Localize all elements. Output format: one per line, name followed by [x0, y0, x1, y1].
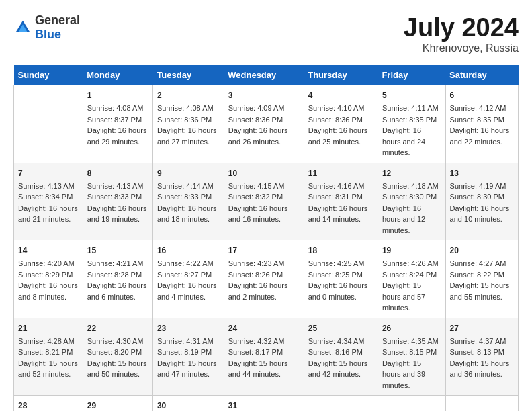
calendar-week-row: 14Sunrise: 4:20 AMSunset: 8:29 PMDayligh…: [14, 240, 519, 318]
calendar-cell: 17Sunrise: 4:23 AMSunset: 8:26 PMDayligh…: [224, 240, 304, 318]
cell-info: Sunrise: 4:12 AMSunset: 8:35 PMDaylight:…: [450, 103, 514, 147]
calendar-cell: 27Sunrise: 4:37 AMSunset: 8:13 PMDayligh…: [445, 318, 518, 396]
cell-info: Sunrise: 4:13 AMSunset: 8:34 PMDaylight:…: [18, 181, 79, 225]
date-number: 18: [308, 244, 373, 257]
date-number: 25: [308, 322, 373, 334]
calendar-cell: 8Sunrise: 4:13 AMSunset: 8:33 PMDaylight…: [83, 163, 152, 240]
header-day: Wednesday: [224, 65, 304, 85]
cell-info: Sunrise: 4:10 AMSunset: 8:36 PMDaylight:…: [308, 103, 373, 147]
date-number: 11: [308, 167, 373, 179]
calendar-cell: 21Sunrise: 4:28 AMSunset: 8:21 PMDayligh…: [14, 318, 83, 396]
calendar-cell: 20Sunrise: 4:27 AMSunset: 8:22 PMDayligh…: [445, 240, 518, 318]
calendar-cell: 19Sunrise: 4:26 AMSunset: 8:24 PMDayligh…: [378, 240, 445, 318]
header-day: Sunday: [14, 65, 83, 85]
cell-info: Sunrise: 4:11 AMSunset: 8:35 PMDaylight:…: [382, 103, 441, 158]
cell-info: Sunrise: 4:16 AMSunset: 8:31 PMDaylight:…: [308, 181, 373, 225]
calendar-week-row: 21Sunrise: 4:28 AMSunset: 8:21 PMDayligh…: [14, 318, 519, 396]
cell-info: Sunrise: 4:15 AMSunset: 8:32 PMDaylight:…: [228, 181, 300, 225]
cell-info: Sunrise: 4:21 AMSunset: 8:28 PMDaylight:…: [87, 258, 148, 302]
calendar-week-row: 28Sunrise: 4:38 AMSunset: 8:12 PMDayligh…: [14, 396, 519, 412]
calendar-header: SundayMondayTuesdayWednesdayThursdayFrid…: [14, 65, 519, 85]
calendar-cell: 14Sunrise: 4:20 AMSunset: 8:29 PMDayligh…: [14, 240, 83, 318]
date-number: 15: [87, 244, 148, 257]
calendar-table: SundayMondayTuesdayWednesdayThursdayFrid…: [13, 65, 519, 411]
cell-info: Sunrise: 4:20 AMSunset: 8:29 PMDaylight:…: [18, 258, 79, 302]
calendar-cell: 7Sunrise: 4:13 AMSunset: 8:34 PMDaylight…: [14, 163, 83, 240]
calendar-cell: 25Sunrise: 4:34 AMSunset: 8:16 PMDayligh…: [304, 318, 378, 396]
date-number: 17: [228, 244, 300, 257]
calendar-cell: [378, 396, 445, 412]
subtitle: Khrenovoye, Russia: [404, 42, 519, 54]
date-number: 22: [87, 322, 148, 334]
logo-icon: [13, 18, 32, 37]
date-number: 28: [18, 400, 79, 411]
calendar-cell: 12Sunrise: 4:18 AMSunset: 8:30 PMDayligh…: [378, 163, 445, 240]
cell-info: Sunrise: 4:35 AMSunset: 8:15 PMDaylight:…: [382, 336, 441, 392]
cell-info: Sunrise: 4:09 AMSunset: 8:36 PMDaylight:…: [228, 103, 300, 147]
calendar-cell: 10Sunrise: 4:15 AMSunset: 8:32 PMDayligh…: [224, 163, 304, 240]
cell-info: Sunrise: 4:08 AMSunset: 8:36 PMDaylight:…: [157, 103, 220, 147]
cell-info: Sunrise: 4:19 AMSunset: 8:30 PMDaylight:…: [450, 181, 514, 225]
calendar-cell: 28Sunrise: 4:38 AMSunset: 8:12 PMDayligh…: [14, 396, 83, 412]
cell-info: Sunrise: 4:34 AMSunset: 8:16 PMDaylight:…: [308, 336, 373, 380]
header-row: SundayMondayTuesdayWednesdayThursdayFrid…: [14, 65, 519, 85]
date-number: 16: [157, 244, 220, 257]
date-number: 10: [228, 167, 300, 179]
date-number: 20: [450, 244, 514, 257]
date-number: 21: [18, 322, 79, 334]
cell-info: Sunrise: 4:30 AMSunset: 8:20 PMDaylight:…: [87, 336, 148, 380]
date-number: 30: [157, 400, 220, 411]
date-number: 2: [157, 89, 220, 101]
date-number: 29: [87, 400, 148, 411]
calendar-cell: 6Sunrise: 4:12 AMSunset: 8:35 PMDaylight…: [445, 85, 518, 163]
calendar-cell: 4Sunrise: 4:10 AMSunset: 8:36 PMDaylight…: [304, 85, 378, 163]
logo-blue: Blue: [35, 28, 61, 41]
header-day: Friday: [378, 65, 445, 85]
calendar-cell: 9Sunrise: 4:14 AMSunset: 8:33 PMDaylight…: [152, 163, 224, 240]
header-day: Monday: [83, 65, 152, 85]
calendar-cell: 2Sunrise: 4:08 AMSunset: 8:36 PMDaylight…: [152, 85, 224, 163]
header: General Blue July 2024 Khrenovoye, Russi…: [13, 13, 519, 54]
date-number: 9: [157, 167, 220, 179]
calendar-cell: 18Sunrise: 4:25 AMSunset: 8:25 PMDayligh…: [304, 240, 378, 318]
calendar-week-row: 1Sunrise: 4:08 AMSunset: 8:37 PMDaylight…: [14, 85, 519, 163]
calendar-cell: 22Sunrise: 4:30 AMSunset: 8:20 PMDayligh…: [83, 318, 152, 396]
date-number: 13: [450, 167, 514, 179]
logo-general: General: [35, 13, 80, 27]
cell-info: Sunrise: 4:25 AMSunset: 8:25 PMDaylight:…: [308, 258, 373, 302]
cell-info: Sunrise: 4:13 AMSunset: 8:33 PMDaylight:…: [87, 181, 148, 225]
cell-info: Sunrise: 4:31 AMSunset: 8:19 PMDaylight:…: [157, 336, 220, 380]
date-number: 24: [228, 322, 300, 334]
calendar-week-row: 7Sunrise: 4:13 AMSunset: 8:34 PMDaylight…: [14, 163, 519, 240]
cell-info: Sunrise: 4:28 AMSunset: 8:21 PMDaylight:…: [18, 336, 79, 380]
cell-info: Sunrise: 4:08 AMSunset: 8:37 PMDaylight:…: [87, 103, 148, 147]
calendar-cell: [445, 396, 518, 412]
date-number: 31: [228, 400, 300, 411]
calendar-cell: 23Sunrise: 4:31 AMSunset: 8:19 PMDayligh…: [152, 318, 224, 396]
calendar-cell: [14, 85, 83, 163]
calendar-cell: 3Sunrise: 4:09 AMSunset: 8:36 PMDaylight…: [224, 85, 304, 163]
calendar-cell: 26Sunrise: 4:35 AMSunset: 8:15 PMDayligh…: [378, 318, 445, 396]
date-number: 1: [87, 89, 148, 101]
cell-info: Sunrise: 4:37 AMSunset: 8:13 PMDaylight:…: [450, 336, 514, 380]
calendar-cell: 15Sunrise: 4:21 AMSunset: 8:28 PMDayligh…: [83, 240, 152, 318]
date-number: 12: [382, 167, 441, 179]
calendar-cell: [304, 396, 378, 412]
calendar-cell: 24Sunrise: 4:32 AMSunset: 8:17 PMDayligh…: [224, 318, 304, 396]
date-number: 4: [308, 89, 373, 101]
calendar-cell: 30Sunrise: 4:41 AMSunset: 8:09 PMDayligh…: [152, 396, 224, 412]
date-number: 6: [450, 89, 514, 101]
cell-info: Sunrise: 4:26 AMSunset: 8:24 PMDaylight:…: [382, 258, 441, 314]
date-number: 23: [157, 322, 220, 334]
date-number: 7: [18, 167, 79, 179]
calendar-cell: 11Sunrise: 4:16 AMSunset: 8:31 PMDayligh…: [304, 163, 378, 240]
cell-info: Sunrise: 4:23 AMSunset: 8:26 PMDaylight:…: [228, 258, 300, 302]
date-number: 3: [228, 89, 300, 101]
calendar-cell: 16Sunrise: 4:22 AMSunset: 8:27 PMDayligh…: [152, 240, 224, 318]
date-number: 26: [382, 322, 441, 334]
cell-info: Sunrise: 4:18 AMSunset: 8:30 PMDaylight:…: [382, 181, 441, 236]
cell-info: Sunrise: 4:27 AMSunset: 8:22 PMDaylight:…: [450, 258, 514, 302]
calendar-cell: 13Sunrise: 4:19 AMSunset: 8:30 PMDayligh…: [445, 163, 518, 240]
main-title: July 2024: [404, 13, 519, 42]
calendar-cell: 31Sunrise: 4:42 AMSunset: 8:07 PMDayligh…: [224, 396, 304, 412]
